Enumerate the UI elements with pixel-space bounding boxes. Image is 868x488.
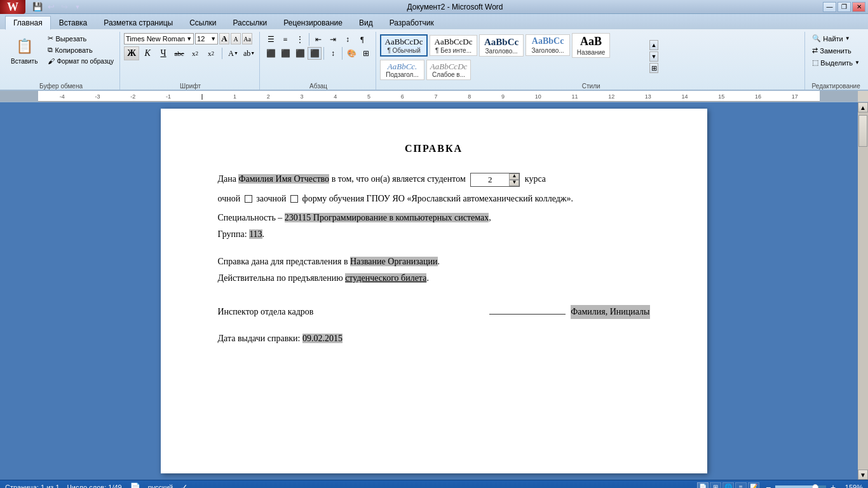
line-spacing-button[interactable]: ↕ (326, 47, 340, 60)
para4-org: Название Организации (350, 257, 437, 266)
borders-button[interactable]: ⊞ (359, 47, 373, 60)
decrease-indent-button[interactable]: ⇤ (311, 33, 325, 46)
checkbox-evening-study[interactable] (290, 195, 298, 203)
sig-left-text: Инспектор отдела кадров (218, 305, 485, 319)
para2-spec: 230115 Программирование в компьютерных с… (285, 213, 489, 222)
align-left-button[interactable]: ⬛ (264, 47, 278, 60)
scroll-up-button[interactable]: ▲ (858, 102, 868, 112)
copy-button[interactable]: ⧉ Копировать (44, 44, 117, 55)
style-no-spacing[interactable]: AaBbCcDс ¶ Без инте... (430, 35, 477, 56)
zoom-slider[interactable] (775, 485, 826, 488)
close-button[interactable]: ✕ (852, 2, 865, 12)
view-outline-button[interactable]: ≡ (735, 482, 747, 488)
vertical-scrollbar[interactable]: ▲ ▼ (858, 102, 868, 480)
paragraph-group: ☰ ≡ ⋮ ⇤ ⇥ ↕ ¶ ⬛ ⬛ ⬛ ⬛ ↕ 🎨 (261, 32, 376, 90)
shading-button[interactable]: 🎨 (344, 47, 358, 60)
font-size-input[interactable]: 12 ▼ (195, 33, 218, 44)
tab-view[interactable]: Вид (351, 16, 381, 29)
minimize-button[interactable]: — (823, 2, 836, 12)
scroll-track[interactable] (858, 112, 868, 470)
select-button[interactable]: ⬚ Выделить ▼ (809, 57, 863, 68)
quick-access-dropdown[interactable]: ▼ (72, 1, 83, 13)
course-down-button[interactable]: ▼ (509, 180, 519, 186)
page-info: Страница: 1 из 1 (5, 484, 60, 488)
tab-home[interactable]: Главная (5, 16, 51, 30)
save-quick-btn[interactable]: 💾 (32, 1, 43, 13)
paragraph-group: Группа: 113. (218, 227, 650, 241)
document-page: СПРАВКА Дана Фамилия Имя Отчество в том,… (161, 109, 707, 473)
view-fullscreen-button[interactable]: ⊞ (710, 482, 721, 488)
paragraph-specialty: Специальность – 230115 Программирование … (218, 211, 650, 225)
tab-review[interactable]: Рецензирование (275, 16, 351, 29)
para5-suffix: . (426, 273, 429, 283)
language-indicator[interactable]: русский (148, 484, 173, 488)
styles-scroll-up[interactable]: ▲ (649, 40, 658, 50)
font-name-input[interactable]: Times New Roman ▼ (124, 33, 194, 44)
para1b-prefix: очной (218, 194, 241, 203)
para1b-mid: заочной (256, 194, 286, 203)
tab-mailings[interactable]: Рассылки (224, 16, 275, 29)
course-number-input[interactable] (471, 173, 509, 186)
redo-quick-btn[interactable]: ↪ (58, 1, 70, 13)
underline-button[interactable]: Ч (156, 46, 171, 60)
style-normal[interactable]: AaBbCcDс ¶ Обычный (380, 34, 428, 57)
superscript-button[interactable]: x2 (203, 46, 219, 60)
style-heading1[interactable]: AaBbCc Заголово... (479, 34, 524, 57)
paste-button[interactable]: 📋 Вставить (5, 33, 43, 68)
tab-page-layout[interactable]: Разметка страницы (95, 16, 181, 29)
undo-quick-btn[interactable]: ↩ (45, 1, 57, 13)
office-button[interactable]: W (0, 0, 25, 14)
para2-prefix: Специальность – (218, 213, 285, 222)
view-web-button[interactable]: 🌐 (722, 482, 734, 488)
view-draft-button[interactable]: 📝 (748, 482, 759, 488)
subscript-button[interactable]: x2 (187, 46, 203, 60)
zoom-slider-thumb[interactable] (812, 484, 818, 488)
date-value: 09.02.2015 (302, 334, 342, 343)
style-heading2[interactable]: AaBbCc Заголово... (526, 34, 570, 56)
scroll-down-button[interactable]: ▼ (858, 470, 868, 480)
tab-developer[interactable]: Разработчик (381, 16, 442, 29)
font-grow-button[interactable]: A (219, 33, 229, 44)
bullets-button[interactable]: ☰ (264, 33, 278, 46)
find-button[interactable]: 🔍 Найти ▼ (809, 33, 853, 44)
styles-scroll-down[interactable]: ▼ (649, 51, 658, 62)
align-center-button[interactable]: ⬛ (278, 47, 292, 60)
window-title: Документ2 - Microsoft Word (87, 3, 823, 11)
zoom-plus-button[interactable]: + (828, 482, 838, 488)
copy-icon: ⧉ (48, 46, 53, 54)
style-subtle-emphasis[interactable]: AaBbCcDс Слабое в... (426, 60, 471, 81)
align-right-button[interactable]: ⬛ (293, 47, 307, 60)
highlight-button[interactable]: ab▼ (241, 46, 257, 60)
numbering-button[interactable]: ≡ (278, 33, 292, 46)
bold-button[interactable]: Ж (124, 46, 139, 60)
show-formatting-button[interactable]: ¶ (355, 33, 369, 46)
styles-expand[interactable]: ⊞ (649, 63, 658, 73)
text-color-button[interactable]: A▼ (226, 46, 241, 60)
para3-prefix: Группа: (218, 229, 250, 239)
zoom-percent[interactable]: 159% (840, 484, 863, 488)
date-label: Дата выдачи справки: (218, 334, 302, 343)
view-print-button[interactable]: 📄 (697, 482, 709, 488)
para3-suffix: . (262, 229, 265, 239)
style-subtitle[interactable]: AaBbCс. Подзагол... (380, 60, 424, 81)
italic-button[interactable]: К (140, 46, 155, 60)
tab-references[interactable]: Ссылки (181, 16, 224, 29)
strikethrough-button[interactable]: abc (172, 46, 187, 60)
clear-format-button[interactable]: Aa (242, 33, 252, 44)
checkbox-day-study[interactable] (245, 195, 252, 203)
sort-button[interactable]: ↕ (341, 33, 355, 46)
multilevel-list-button[interactable]: ⋮ (293, 33, 307, 46)
format-painter-button[interactable]: 🖌 Формат по образцу (44, 56, 117, 66)
zoom-minus-button[interactable]: − (763, 482, 773, 488)
style-title[interactable]: AaB Название (572, 33, 610, 58)
restore-button[interactable]: ❐ (837, 2, 851, 12)
increase-indent-button[interactable]: ⇥ (326, 33, 340, 46)
font-shrink-button[interactable]: A (231, 33, 241, 44)
cut-button[interactable]: ✂ Вырезать (44, 33, 117, 44)
format-painter-icon: 🖌 (48, 57, 55, 65)
spell-check-icon: ✓ (180, 482, 188, 488)
tab-insert[interactable]: Вставка (51, 16, 96, 29)
scroll-thumb[interactable] (858, 115, 867, 147)
replace-button[interactable]: ⇄ Заменить (809, 45, 854, 56)
justify-button[interactable]: ⬛ (308, 47, 322, 60)
